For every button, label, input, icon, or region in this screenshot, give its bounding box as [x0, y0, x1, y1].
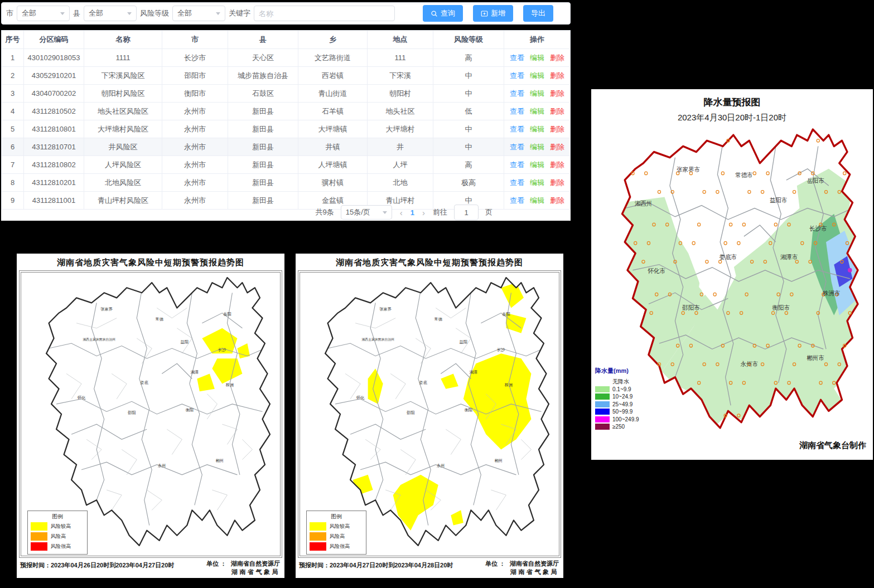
trend-map-card-1: 湖南省地质灾害气象风险中短期预警预报趋势图 湘西土家族苗族自治州张家界常德岳阳益… [17, 254, 284, 578]
precip-legend-item: 25~49.9 [595, 401, 659, 409]
region-label: 湘西土家族苗族自治州 [83, 338, 115, 342]
cell-seq: 1 [2, 49, 24, 67]
edit-link[interactable]: 编辑 [530, 196, 544, 205]
delete-link[interactable]: 删除 [550, 54, 564, 62]
city-filter-label: 市 [6, 8, 13, 18]
view-link[interactable]: 查看 [510, 125, 524, 133]
unit-line-1: 湖南省自然资源厅 [510, 560, 559, 568]
cell-county: 城步苗族自治县 [228, 67, 298, 85]
chevron-down-icon [216, 12, 220, 15]
city-label: 株洲市 [822, 290, 840, 297]
search-button-label: 查询 [441, 8, 455, 18]
column-header: 序号 [2, 31, 24, 49]
search-button[interactable]: 查询 [423, 5, 463, 22]
cell-county: 新田县 [228, 103, 298, 120]
export-button[interactable]: 导出 [523, 5, 553, 22]
forecast-time: 预报时间：2023年04月27日20时到2023年04月28日20时 [299, 560, 453, 576]
risk-table-body: 143010290180531111长沙市天心区文艺路街道111高查看编辑删除2… [2, 49, 571, 210]
precip-legend-item: 50~99.9 [595, 408, 659, 416]
edit-link[interactable]: 编辑 [530, 178, 544, 187]
county-filter-label: 县 [73, 8, 80, 18]
legend-label: 风险高 [330, 533, 345, 540]
edit-link[interactable]: 编辑 [530, 125, 544, 133]
table-row[interactable]: 343040700202朝阳村风险区衡阳市石鼓区青山街道朝阳村中查看编辑删除 [2, 85, 571, 103]
legend-item: 风险很高 [310, 542, 363, 551]
trend-map-footer: 预报时间：2023年04月27日20时到2023年04月28日20时 单位 ： … [299, 560, 559, 576]
delete-link[interactable]: 删除 [550, 125, 564, 133]
unit-line-2: 湖南省气象局 [510, 568, 559, 576]
trend-map-title: 湖南省地质灾害气象风险中短期预警预报趋势图 [17, 254, 284, 268]
table-row[interactable]: 643112810701井风险区永州市新田县井镇井中查看编辑删除 [2, 138, 571, 156]
next-page-button[interactable]: › [421, 208, 426, 217]
region-label: 张家界 [379, 307, 392, 312]
cell-risk: 中 [433, 120, 504, 138]
legend-label: 风险较高 [330, 523, 350, 530]
precip-map-title: 降水量预报图 [591, 96, 873, 109]
cell-name: 井风险区 [84, 138, 162, 156]
view-link[interactable]: 查看 [510, 178, 524, 187]
edit-link[interactable]: 编辑 [530, 143, 544, 151]
view-link[interactable]: 查看 [510, 89, 524, 98]
delete-link[interactable]: 删除 [550, 161, 564, 169]
keyword-input[interactable] [254, 6, 395, 21]
county-select-value: 全部 [89, 8, 103, 18]
cell-code: 43052910201 [24, 67, 84, 85]
unit-label: 单位 ： [485, 560, 505, 576]
edit-link[interactable]: 编辑 [530, 89, 544, 98]
city-select[interactable]: 全部 [17, 6, 70, 21]
table-row[interactable]: 543112810801大坪塘村风险区永州市新田县大坪塘镇大坪塘村中查看编辑删除 [2, 120, 571, 138]
view-link[interactable]: 查看 [510, 107, 524, 115]
column-header: 地点 [368, 31, 433, 49]
view-link[interactable]: 查看 [510, 196, 524, 205]
delete-link[interactable]: 删除 [550, 89, 564, 98]
view-link[interactable]: 查看 [510, 161, 524, 169]
legend-swatch [310, 522, 326, 531]
precip-legend-item: 10~24.9 [595, 393, 659, 401]
view-link[interactable]: 查看 [510, 54, 524, 62]
precip-legend-item: 100~249.9 [595, 416, 659, 424]
view-link[interactable]: 查看 [510, 143, 524, 151]
table-row[interactable]: 443112810502地头社区风险区永州市新田县石羊镇地头社区低查看编辑删除 [2, 103, 571, 120]
edit-link[interactable]: 编辑 [530, 107, 544, 115]
current-page[interactable]: 1 [411, 208, 414, 217]
delete-link[interactable]: 删除 [550, 178, 564, 187]
cell-risk: 中 [433, 67, 504, 85]
region-label: 张家界 [100, 307, 113, 312]
region-label: 常德 [434, 317, 443, 322]
cell-name: 大坪塘村风险区 [84, 120, 162, 138]
page-size-value: 15条/页 [346, 207, 370, 217]
cell-city: 永州市 [162, 138, 228, 156]
risk-level-select[interactable]: 全部 [172, 6, 225, 21]
edit-link[interactable]: 编辑 [530, 71, 544, 80]
trend-map-title: 湖南省地质灾害气象风险中短期预警预报趋势图 [296, 254, 563, 268]
city-label: 衡阳市 [772, 304, 790, 310]
prev-page-button[interactable]: ‹ [399, 208, 404, 217]
delete-link[interactable]: 删除 [550, 143, 564, 151]
trend-legend-title: 图例 [31, 513, 84, 521]
cell-risk: 中 [433, 85, 504, 103]
column-header: 县 [228, 31, 298, 49]
page-size-select[interactable]: 15条/页 [341, 205, 392, 220]
legend-swatch [31, 532, 47, 541]
chevron-down-icon [127, 12, 132, 15]
table-row[interactable]: 743112810802人坪风险区永州市新田县人坪塘镇人坪高查看编辑删除 [2, 156, 571, 174]
county-select[interactable]: 全部 [84, 6, 137, 21]
table-row[interactable]: 843112810201北地风险区永州市新田县骥村镇北地极高查看编辑删除 [2, 174, 571, 192]
table-row[interactable]: 143010290180531111长沙市天心区文艺路街道111高查看编辑删除 [2, 49, 571, 67]
delete-link[interactable]: 删除 [550, 196, 564, 205]
edit-link[interactable]: 编辑 [530, 161, 544, 169]
region-label: 邵阳 [407, 410, 414, 415]
table-row[interactable]: 243052910201下宋溪风险区邵阳市城步苗族自治县西岩镇下宋溪中查看编辑删… [2, 67, 571, 85]
legend-item: 风险高 [31, 532, 84, 541]
delete-link[interactable]: 删除 [550, 71, 564, 80]
cell-risk: 极高 [433, 174, 504, 192]
edit-link[interactable]: 编辑 [530, 54, 544, 62]
goto-page-input[interactable] [454, 205, 479, 220]
delete-link[interactable]: 删除 [550, 107, 564, 115]
cell-name: 地头社区风险区 [84, 103, 162, 120]
cell-county: 天心区 [228, 49, 298, 67]
chevron-down-icon [60, 12, 65, 15]
view-link[interactable]: 查看 [510, 71, 524, 80]
add-button[interactable]: 新增 [473, 5, 513, 22]
column-header: 乡 [298, 31, 368, 49]
